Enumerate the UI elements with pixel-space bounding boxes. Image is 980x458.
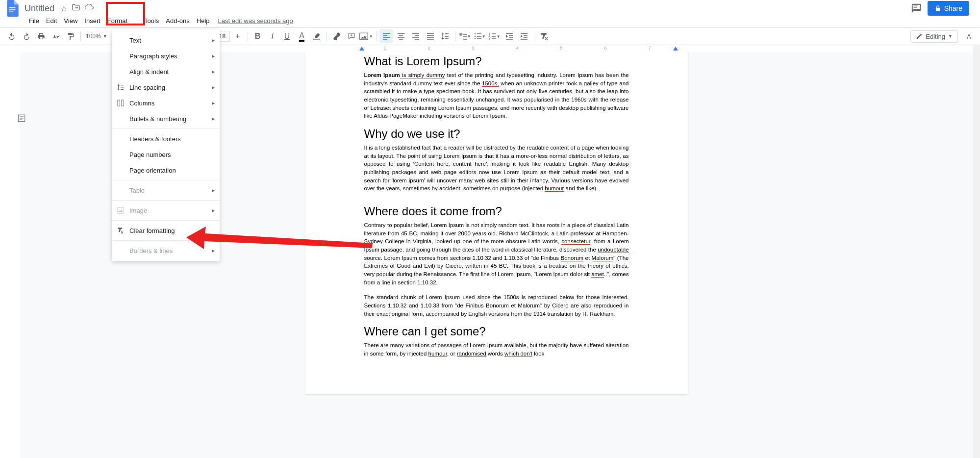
- paragraph-5: There are many variations of passages of…: [364, 341, 629, 357]
- open-comments-icon[interactable]: [911, 3, 922, 14]
- svg-text:3: 3: [489, 37, 490, 40]
- menu-item-clear-formatting[interactable]: Clear formatting: [112, 223, 220, 238]
- menu-addons[interactable]: Add-ons: [162, 15, 193, 26]
- menu-item-headers-footers[interactable]: Headers & footers: [112, 131, 220, 147]
- increase-font-size-button[interactable]: +: [231, 29, 245, 43]
- menu-item-page-numbers[interactable]: Page numbers: [112, 147, 220, 162]
- undo-button[interactable]: [5, 29, 19, 43]
- align-right-button[interactable]: [409, 29, 423, 43]
- align-left-button[interactable]: [379, 29, 393, 43]
- line-spacing-icon: [117, 83, 125, 91]
- increase-indent-button[interactable]: [517, 29, 531, 43]
- heading-where-get: Where can I get some?: [364, 325, 629, 338]
- paint-format-button[interactable]: [64, 29, 77, 43]
- menu-file[interactable]: File: [25, 15, 43, 26]
- checklist-button[interactable]: ▼: [458, 29, 472, 43]
- svg-rect-15: [122, 100, 124, 106]
- vertical-ruler: [0, 45, 20, 458]
- heading-what-is: What is Lorem Ipsum?: [364, 54, 629, 68]
- menu-item-columns[interactable]: Columns: [112, 95, 220, 111]
- vertical-scrollbar[interactable]: [973, 45, 980, 458]
- svg-rect-16: [118, 207, 124, 213]
- spellcheck-button[interactable]: [49, 29, 63, 43]
- ruler-right-indent-marker[interactable]: [673, 47, 678, 51]
- menu-item-borders-lines: Borders & lines: [112, 243, 220, 258]
- image-icon: [117, 206, 125, 214]
- highlight-color-button[interactable]: [310, 29, 324, 43]
- menu-item-page-orientation[interactable]: Page orientation: [112, 162, 220, 178]
- align-center-button[interactable]: [394, 29, 408, 43]
- menu-item-align-indent[interactable]: Align & indent: [112, 64, 220, 79]
- insert-image-button[interactable]: ▼: [359, 29, 373, 43]
- menu-format[interactable]: Format: [104, 15, 131, 26]
- svg-point-8: [474, 33, 475, 34]
- menu-tools[interactable]: Tools: [141, 15, 162, 26]
- svg-rect-2: [9, 11, 14, 12]
- last-edit-link[interactable]: Last edit was seconds ago: [218, 17, 293, 25]
- heading-where-from: Where does it come from?: [364, 204, 629, 218]
- menu-item-image: Image: [112, 203, 220, 218]
- clear-formatting-button[interactable]: [537, 29, 551, 43]
- menu-item-bullets-numbering[interactable]: Bullets & numbering: [112, 111, 220, 127]
- paragraph-3: Contrary to popular belief, Lorem Ipsum …: [364, 221, 629, 286]
- menu-insert[interactable]: Insert: [81, 15, 104, 26]
- svg-rect-14: [118, 100, 120, 106]
- share-button[interactable]: Share: [928, 1, 969, 16]
- star-icon[interactable]: ☆: [60, 4, 67, 13]
- svg-rect-5: [313, 39, 320, 39]
- paragraph-1: Lorem Ipsum is simply dummy text of the …: [364, 71, 629, 120]
- move-icon[interactable]: [72, 4, 80, 13]
- menu-edit[interactable]: Edit: [43, 15, 60, 26]
- share-button-label: Share: [944, 4, 962, 12]
- menu-item-line-spacing[interactable]: Line spacing: [112, 79, 220, 95]
- heading-why-use: Why do we use it?: [364, 127, 629, 141]
- document-page[interactable]: What is Lorem Ipsum? Lorem Ipsum is simp…: [305, 52, 688, 394]
- bold-button[interactable]: B: [251, 29, 265, 43]
- svg-rect-6: [359, 33, 368, 40]
- decrease-indent-button[interactable]: [503, 29, 516, 43]
- menu-item-table: Table: [112, 182, 220, 198]
- print-button[interactable]: [34, 29, 48, 43]
- svg-point-10: [474, 38, 475, 39]
- numbered-list-button[interactable]: 123▼: [488, 29, 502, 43]
- svg-rect-0: [9, 7, 16, 8]
- svg-rect-3: [913, 6, 918, 6]
- columns-icon: [117, 99, 125, 107]
- underline-button[interactable]: U: [280, 29, 294, 43]
- align-justify-button[interactable]: [424, 29, 437, 43]
- document-title[interactable]: Untitled: [25, 3, 54, 14]
- cloud-status-icon[interactable]: [85, 4, 94, 13]
- docs-logo-icon[interactable]: [4, 0, 22, 17]
- menu-item-text[interactable]: Text: [112, 32, 220, 48]
- svg-rect-4: [913, 7, 916, 7]
- paragraph-4: The standard chunk of Lorem Ipsum used s…: [364, 293, 629, 318]
- svg-point-9: [474, 36, 475, 37]
- text-color-button[interactable]: A: [295, 29, 309, 43]
- menu-help[interactable]: Help: [193, 15, 213, 26]
- redo-button[interactable]: [20, 29, 33, 43]
- italic-button[interactable]: I: [266, 29, 279, 43]
- menu-view[interactable]: View: [60, 15, 81, 26]
- add-comment-button[interactable]: [345, 29, 358, 43]
- zoom-selector[interactable]: 100% ▼: [84, 33, 109, 40]
- bulleted-list-button[interactable]: ▼: [473, 29, 487, 43]
- menu-item-paragraph-styles[interactable]: Paragraph styles: [112, 48, 220, 64]
- hide-menus-button[interactable]: ᐱ: [963, 31, 975, 42]
- line-spacing-button[interactable]: [438, 29, 452, 43]
- ruler-left-indent-marker[interactable]: [359, 47, 364, 51]
- insert-link-button[interactable]: [330, 29, 344, 43]
- svg-rect-1: [9, 9, 16, 10]
- paragraph-2: It is a long established fact that a rea…: [364, 144, 629, 193]
- format-dropdown-menu: Text Paragraph styles Align & indent Lin…: [112, 29, 220, 261]
- editing-mode-selector[interactable]: Editing ▼: [910, 30, 958, 43]
- clear-formatting-icon: [117, 227, 125, 234]
